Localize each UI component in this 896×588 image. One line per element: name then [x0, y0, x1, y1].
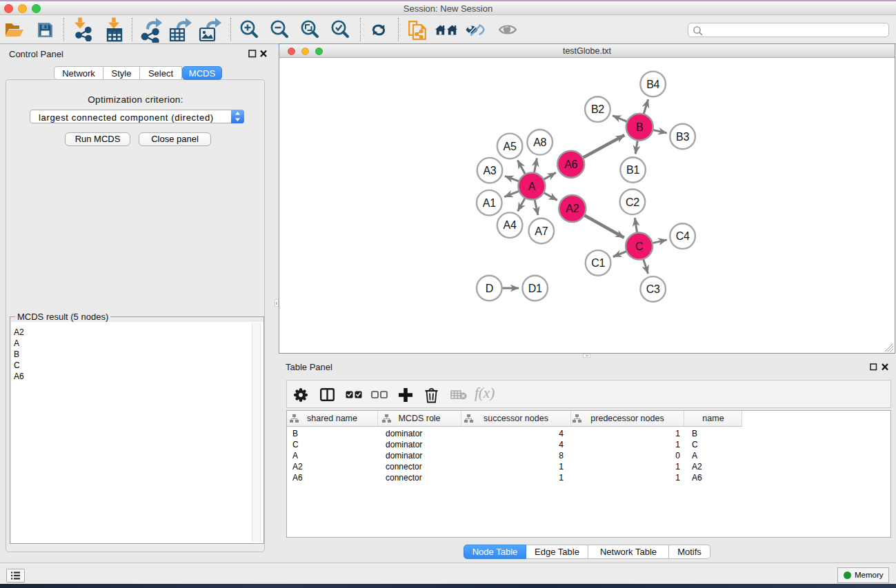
svg-text:A5: A5: [504, 141, 517, 152]
svg-text:A8: A8: [533, 136, 546, 148]
svg-text:A2: A2: [566, 203, 579, 214]
svg-text:C4: C4: [676, 230, 690, 242]
svg-text:A6: A6: [564, 159, 577, 170]
svg-text:B3: B3: [676, 131, 689, 143]
svg-text:C2: C2: [626, 196, 639, 208]
svg-text:A3: A3: [484, 165, 497, 176]
svg-text:A1: A1: [483, 197, 496, 209]
svg-text:B: B: [636, 121, 643, 133]
svg-text:D1: D1: [528, 283, 542, 294]
svg-text:C3: C3: [646, 283, 660, 295]
svg-text:A4: A4: [504, 219, 517, 231]
svg-text:B2: B2: [591, 103, 604, 115]
svg-text:B1: B1: [626, 164, 639, 176]
svg-text:A: A: [528, 181, 536, 192]
svg-text:B4: B4: [646, 79, 659, 90]
svg-text:C1: C1: [591, 257, 605, 269]
svg-text:D: D: [486, 283, 493, 294]
svg-text:A7: A7: [535, 225, 548, 237]
svg-text:C: C: [635, 241, 643, 252]
